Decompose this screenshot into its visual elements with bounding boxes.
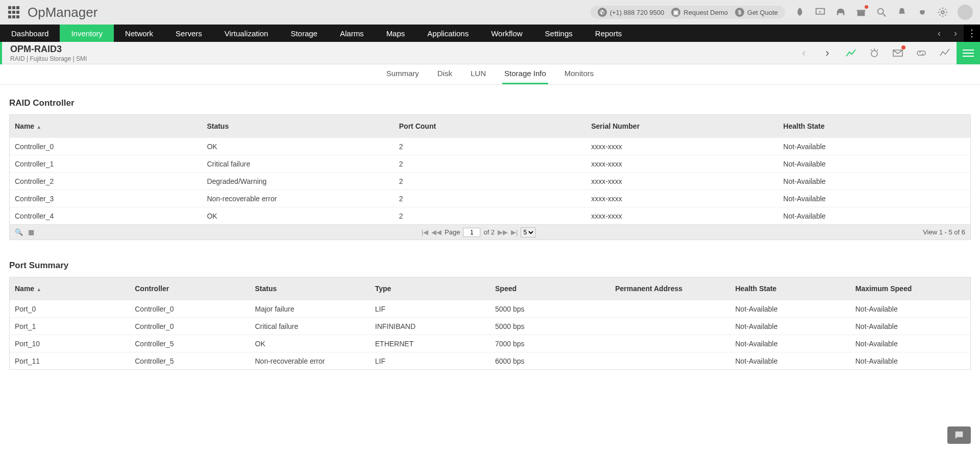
gear-icon[interactable] — [937, 7, 948, 18]
col-port-count[interactable]: Port Count — [394, 116, 586, 136]
cell-port: 2 — [394, 208, 586, 224]
cell-port: 2 — [394, 173, 586, 189]
chart-icon[interactable] — [844, 46, 857, 60]
tab-disk[interactable]: Disk — [435, 69, 454, 84]
bell-icon[interactable] — [896, 7, 908, 18]
prev-page-icon[interactable]: ◀◀ — [431, 228, 442, 236]
col-type[interactable]: Type — [370, 278, 490, 299]
nav-item-storage[interactable]: Storage — [279, 25, 329, 42]
cell-serial: xxxx-xxxx — [586, 173, 778, 189]
mail-icon[interactable] — [891, 46, 904, 60]
col-speed[interactable]: Speed — [490, 278, 610, 299]
plug-icon[interactable] — [917, 7, 928, 18]
port-summary-grid: Name▲ Controller Status Type Speed Perma… — [9, 277, 971, 370]
rocket-icon[interactable] — [794, 7, 805, 18]
nav-item-dashboard[interactable]: Dashboard — [0, 25, 60, 42]
col-port-name[interactable]: Name▲ — [10, 278, 130, 299]
port-grid-header: Name▲ Controller Status Type Speed Perma… — [10, 277, 970, 300]
get-quote-item[interactable]: $ Get Quote — [735, 8, 778, 17]
cell-addr — [610, 340, 730, 348]
table-row[interactable]: Controller_0OK2xxxx-xxxxNot-Available — [10, 137, 970, 155]
cell-status: Degraded/Warning — [202, 173, 394, 189]
request-demo-item[interactable]: ▣ Request Demo — [671, 8, 728, 17]
page-input[interactable] — [463, 228, 480, 237]
col-serial[interactable]: Serial Number — [586, 116, 778, 136]
cell-health: Not-Available — [778, 138, 970, 155]
nav-item-workflow[interactable]: Workflow — [480, 25, 533, 42]
last-page-icon[interactable]: ▶| — [511, 228, 518, 236]
col-status2[interactable]: Status — [250, 278, 370, 299]
cell-name: Controller_2 — [10, 173, 202, 189]
nav-item-inventory[interactable]: Inventory — [60, 25, 114, 42]
tab-summary[interactable]: Summary — [384, 69, 421, 84]
presentation-icon[interactable] — [815, 7, 826, 18]
table-row[interactable]: Controller_4OK2xxxx-xxxxNot-Available — [10, 207, 970, 224]
cell-max: Not-Available — [850, 318, 970, 335]
cell-serial: xxxx-xxxx — [586, 208, 778, 224]
cell-max: Not-Available — [850, 336, 970, 352]
nav-prev-icon[interactable]: ‹ — [931, 25, 947, 42]
table-row[interactable]: Controller_2Degraded/Warning2xxxx-xxxxNo… — [10, 172, 970, 189]
page-next-icon[interactable]: › — [821, 46, 834, 60]
tab-storage-info[interactable]: Storage Info — [502, 69, 548, 84]
page-subheader: OPM-RAID3 RAID | Fujitsu Storage | SMI ‹… — [0, 42, 980, 64]
grid-columns-icon[interactable]: ▦ — [28, 228, 34, 236]
page-prev-icon[interactable]: ‹ — [797, 46, 811, 60]
col-max-speed[interactable]: Maximum Speed — [850, 278, 970, 299]
cell-health: Not-Available — [778, 156, 970, 172]
col-name[interactable]: Name▲ — [10, 116, 202, 136]
next-page-icon[interactable]: ▶▶ — [498, 228, 508, 236]
page-size-select[interactable]: 5 — [521, 227, 535, 238]
nav-next-icon[interactable]: › — [947, 25, 964, 42]
cell-controller: Controller_5 — [130, 353, 250, 369]
cell-status: Non-recoverable error — [250, 353, 370, 369]
table-row[interactable]: Port_11Controller_5Non-recoverable error… — [10, 352, 970, 369]
trend-icon[interactable] — [938, 46, 951, 60]
search-icon[interactable] — [876, 7, 887, 18]
nav-item-network[interactable]: Network — [114, 25, 164, 42]
nav-item-virtualization[interactable]: Virtualization — [213, 25, 280, 42]
nav-more-icon[interactable]: ⋮ — [964, 25, 980, 42]
nav-item-applications[interactable]: Applications — [416, 25, 480, 42]
phone-text: (+1) 888 720 9500 — [610, 9, 665, 16]
cell-speed: 5000 bps — [490, 301, 610, 317]
col-health[interactable]: Health State — [778, 116, 970, 136]
user-avatar[interactable] — [958, 5, 973, 20]
headset-icon[interactable] — [835, 7, 846, 18]
table-row[interactable]: Port_10Controller_5OKETHERNET7000 bpsNot… — [10, 335, 970, 352]
link-icon[interactable] — [915, 46, 928, 60]
page-of: of 2 — [483, 228, 495, 236]
table-row[interactable]: Controller_3Non-recoverable error2xxxx-x… — [10, 189, 970, 207]
cell-type: LIF — [370, 301, 490, 317]
nav-item-settings[interactable]: Settings — [534, 25, 584, 42]
tab-lun[interactable]: LUN — [469, 69, 488, 84]
table-row[interactable]: Controller_1Critical failure2xxxx-xxxxNo… — [10, 155, 970, 172]
grid-search-icon[interactable]: 🔍 — [15, 228, 23, 236]
first-page-icon[interactable]: |◀ — [422, 228, 428, 236]
col-controller[interactable]: Controller — [130, 278, 250, 299]
nav-item-maps[interactable]: Maps — [375, 25, 416, 42]
detail-tabs: SummaryDiskLUNStorage InfoMonitors — [0, 64, 980, 85]
svg-rect-2 — [857, 10, 866, 11]
gift-icon[interactable] — [855, 7, 867, 18]
page-menu-button[interactable] — [957, 42, 980, 64]
col-perm-addr[interactable]: Permanent Address — [610, 278, 730, 299]
table-row[interactable]: Port_1Controller_0Critical failureINFINI… — [10, 317, 970, 335]
cell-speed: 6000 bps — [490, 353, 610, 369]
cell-status: OK — [202, 138, 394, 155]
breadcrumb-block: OPM-RAID3 RAID | Fujitsu Storage | SMI — [0, 42, 95, 64]
col-status[interactable]: Status — [202, 116, 394, 136]
phone-item[interactable]: ✆ (+1) 888 720 9500 — [598, 8, 665, 17]
page-label: Page — [445, 228, 460, 236]
apps-grid-icon[interactable] — [7, 6, 20, 19]
table-row[interactable]: Port_0Controller_0Major failureLIF5000 b… — [10, 300, 970, 317]
cell-status: OK — [202, 208, 394, 224]
nav-item-servers[interactable]: Servers — [164, 25, 213, 42]
col-health2[interactable]: Health State — [730, 278, 850, 299]
port-summary-heading: Port Summary — [9, 260, 971, 271]
alarm-icon[interactable] — [868, 46, 881, 60]
nav-item-reports[interactable]: Reports — [584, 25, 633, 42]
tab-monitors[interactable]: Monitors — [562, 69, 596, 84]
cell-health: Not-Available — [778, 208, 970, 224]
nav-item-alarms[interactable]: Alarms — [329, 25, 375, 42]
